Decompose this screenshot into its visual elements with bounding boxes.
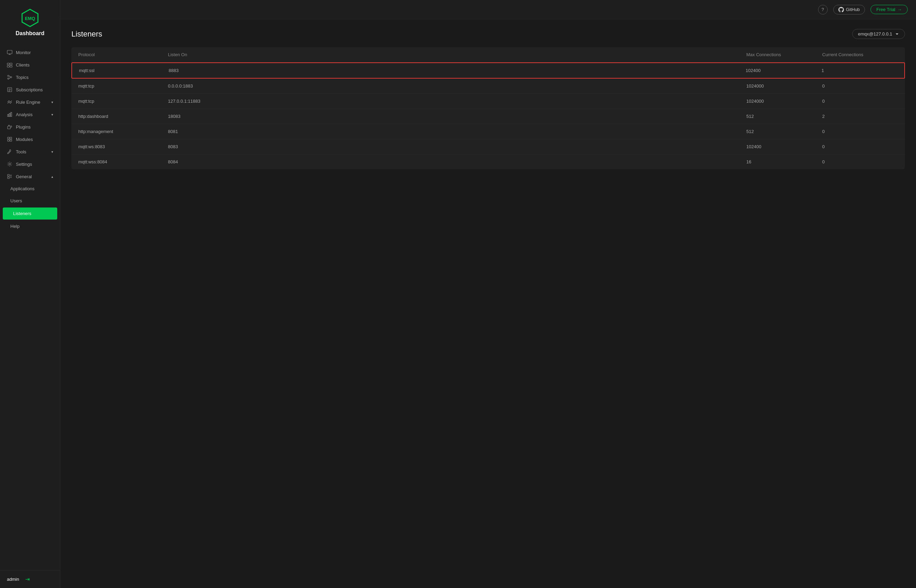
sidebar-item-users-label: Users [10, 198, 22, 204]
highlight-border: mqtt:ssl 8883 102400 1 [71, 62, 905, 79]
col-current-connections: Current Connections [822, 52, 898, 57]
github-label: GitHub [846, 7, 860, 12]
sidebar-item-analysis[interactable]: Analysis ▾ [0, 108, 60, 121]
plugins-icon [7, 124, 13, 129]
sidebar-footer: admin ⇥ [0, 570, 60, 588]
listen-on-cell: 8883 [168, 68, 746, 73]
max-conn-cell: 512 [746, 114, 822, 119]
trial-arrow-icon: → [897, 7, 902, 12]
chevron-down-icon [895, 32, 899, 36]
table-row[interactable]: mqtt:wss:8084 8084 16 0 [71, 154, 905, 169]
protocol-cell: mqtt:ws:8083 [78, 144, 168, 149]
listen-on-cell: 0.0.0.0:1883 [168, 83, 746, 89]
sidebar-item-modules-label: Modules [16, 137, 33, 142]
max-conn-cell: 1024000 [746, 99, 822, 104]
sidebar-nav: Monitor Clients Topics [0, 44, 60, 570]
analysis-arrow: ▾ [52, 113, 53, 116]
sidebar-item-monitor-label: Monitor [16, 50, 31, 55]
curr-conn-cell: 2 [822, 114, 898, 119]
max-conn-cell: 512 [746, 129, 822, 134]
table-row[interactable]: mqtt:tcp 127.0.0.1:11883 1024000 0 [71, 94, 905, 109]
svg-rect-18 [8, 115, 9, 116]
modules-icon [7, 136, 13, 142]
table-row[interactable]: mqtt:ssl 8883 102400 1 [72, 63, 904, 78]
svg-rect-8 [10, 66, 12, 67]
node-selector-value: emqx@127.0.0.1 [858, 31, 892, 37]
help-icon: ? [822, 7, 824, 12]
listen-on-cell: 8084 [168, 159, 746, 165]
svg-rect-25 [10, 137, 12, 139]
svg-rect-6 [10, 63, 12, 65]
curr-conn-cell: 1 [822, 68, 897, 73]
svg-rect-29 [8, 174, 9, 176]
sidebar-item-users[interactable]: Users [0, 195, 60, 207]
sidebar-item-rule-engine[interactable]: Rule Engine ▾ [0, 96, 60, 108]
sidebar-item-topics-label: Topics [16, 75, 29, 80]
svg-rect-30 [8, 177, 9, 179]
listen-on-cell: 8083 [168, 144, 746, 149]
curr-conn-cell: 0 [822, 83, 898, 89]
table-row[interactable]: mqtt:tcp 0.0.0.0:1883 1024000 0 [71, 79, 905, 94]
sidebar-item-monitor[interactable]: Monitor [0, 46, 60, 58]
node-selector[interactable]: emqx@127.0.0.1 [852, 29, 905, 39]
tools-icon [7, 149, 13, 154]
topbar: ? GitHub Free Trial → [60, 0, 916, 19]
sidebar-item-modules[interactable]: Modules [0, 133, 60, 145]
table-header: Protocol Listen On Max Connections Curre… [71, 47, 905, 62]
sidebar-item-subscriptions[interactable]: Subscriptions [0, 83, 60, 96]
free-trial-button[interactable]: Free Trial → [871, 5, 908, 14]
listen-on-cell: 8081 [168, 129, 746, 134]
svg-rect-27 [10, 140, 12, 141]
logout-button[interactable]: ⇥ [25, 576, 30, 583]
curr-conn-cell: 0 [822, 99, 898, 104]
sidebar-item-clients-label: Clients [16, 62, 30, 68]
max-conn-cell: 102400 [746, 68, 822, 73]
topics-icon [7, 74, 13, 80]
svg-point-11 [10, 76, 12, 78]
table-row[interactable]: mqtt:ws:8083 8083 102400 0 [71, 139, 905, 154]
table-row[interactable]: http:dashboard 18083 512 2 [71, 109, 905, 124]
curr-conn-cell: 0 [822, 159, 898, 165]
protocol-cell: mqtt:wss:8084 [78, 159, 168, 165]
listen-on-cell: 18083 [168, 114, 746, 119]
sidebar-item-topics[interactable]: Topics [0, 71, 60, 83]
sidebar-item-settings[interactable]: Settings [0, 158, 60, 170]
subscriptions-icon [7, 87, 13, 92]
svg-rect-19 [9, 113, 10, 116]
col-max-connections: Max Connections [746, 52, 822, 57]
svg-rect-7 [7, 66, 9, 67]
page-title: Listeners [71, 30, 102, 39]
sidebar-item-listeners[interactable]: Listeners [3, 207, 57, 220]
svg-point-9 [8, 75, 9, 76]
emq-logo: EMQ [20, 8, 40, 27]
col-protocol: Protocol [78, 52, 168, 57]
github-icon [838, 7, 844, 12]
sidebar-item-general[interactable]: General ▴ [0, 170, 60, 183]
svg-line-13 [9, 78, 10, 79]
svg-line-12 [9, 76, 10, 77]
sidebar-item-help-label: Help [10, 224, 19, 229]
protocol-cell: mqtt:tcp [78, 83, 168, 89]
listen-on-cell: 127.0.0.1:11883 [168, 99, 746, 104]
protocol-cell: http:management [78, 129, 168, 134]
table-row[interactable]: http:management 8081 512 0 [71, 124, 905, 139]
sidebar-item-listeners-label: Listeners [13, 211, 31, 216]
general-icon [7, 174, 13, 179]
sidebar-item-tools[interactable]: Tools ▾ [0, 145, 60, 158]
settings-icon [7, 161, 13, 167]
svg-rect-2 [7, 50, 12, 54]
sidebar-item-plugins[interactable]: Plugins [0, 121, 60, 133]
sidebar-item-clients[interactable]: Clients [0, 58, 60, 71]
listeners-table: Protocol Listen On Max Connections Curre… [71, 47, 905, 169]
curr-conn-cell: 0 [822, 144, 898, 149]
sidebar-logo: EMQ Dashboard [0, 0, 60, 44]
sidebar-item-plugins-label: Plugins [16, 124, 31, 129]
github-button[interactable]: GitHub [833, 5, 865, 15]
page-header: Listeners emqx@127.0.0.1 [71, 29, 905, 39]
help-button[interactable]: ? [818, 5, 828, 15]
sidebar-item-subscriptions-label: Subscriptions [16, 87, 43, 92]
svg-point-10 [8, 78, 9, 79]
sidebar-item-help[interactable]: Help [0, 220, 60, 232]
admin-username: admin [7, 577, 19, 582]
sidebar-item-applications[interactable]: Applications [0, 183, 60, 195]
